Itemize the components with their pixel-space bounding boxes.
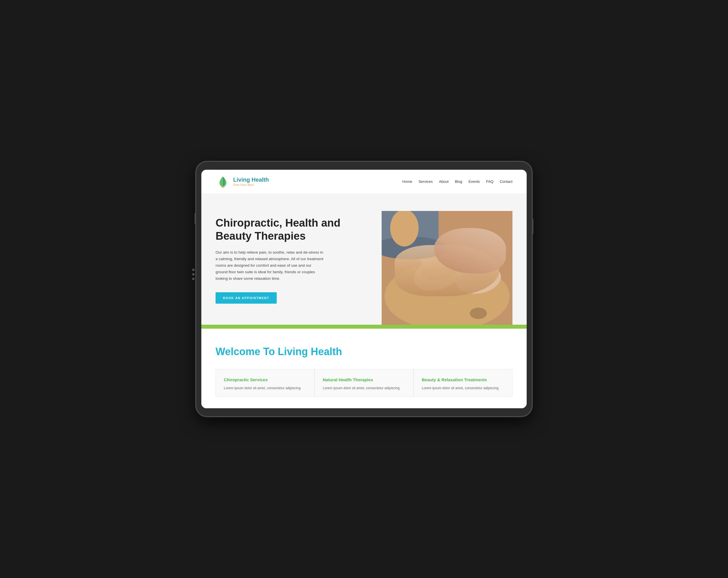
nav-links: Home Services About Blog Events FAQ Cont…: [402, 179, 513, 184]
service-card-chiropractic-title: Chiropractic Services: [224, 377, 306, 382]
svg-point-3: [470, 308, 487, 319]
welcome-title-static: Welcome To: [215, 346, 278, 358]
service-card-chiropractic-text: Lorem ipsum dolor sit amet, consectetur …: [224, 386, 306, 391]
welcome-title-highlight: Living Health: [278, 346, 342, 358]
service-card-natural-title: Natural Health Therapies: [323, 377, 405, 382]
nav-contact[interactable]: Contact: [500, 179, 513, 184]
side-dot-1: [192, 269, 194, 271]
svg-point-2: [385, 262, 510, 325]
navbar: Living Health Feel Your Best Home Servic…: [201, 170, 527, 194]
service-card-natural-text: Lorem ipsum dolor sit amet, consectetur …: [323, 386, 405, 391]
hero-image-container: [382, 211, 513, 325]
svg-point-16: [479, 257, 488, 271]
device-screen: Living Health Feel Your Best Home Servic…: [201, 170, 527, 408]
massage-image: [382, 211, 513, 325]
hero-description: Our aim is to help relieve pain, to soot…: [215, 249, 323, 282]
logo-tagline: Feel Your Best: [233, 183, 269, 186]
service-cards: Chiropractic Services Lorem ipsum dolor …: [215, 369, 513, 397]
svg-point-8: [433, 246, 445, 265]
massage-svg: [382, 211, 513, 325]
nav-about[interactable]: About: [439, 179, 448, 184]
service-card-chiropractic: Chiropractic Services Lorem ipsum dolor …: [215, 369, 314, 397]
green-accent-bar: [201, 325, 527, 329]
nav-faq[interactable]: FAQ: [486, 179, 493, 184]
svg-point-20: [390, 211, 419, 246]
service-card-beauty-text: Lorem ipsum dolor sit amet, consectetur …: [422, 386, 504, 391]
svg-point-14: [466, 256, 477, 272]
nav-events[interactable]: Events: [468, 179, 480, 184]
svg-point-12: [461, 262, 499, 285]
svg-point-17: [484, 260, 494, 274]
nav-services[interactable]: Services: [419, 179, 433, 184]
svg-point-9: [441, 248, 450, 264]
welcome-title: Welcome To Living Health: [215, 346, 513, 358]
logo-icon: [215, 174, 230, 189]
side-dot-3: [192, 278, 194, 280]
service-card-beauty-title: Beauty & Relaxation Treatments: [422, 377, 504, 382]
svg-point-4: [409, 250, 468, 297]
hero-section: Chiropractic, Health and Beauty Therapie…: [201, 194, 527, 325]
svg-point-6: [416, 249, 435, 272]
service-card-natural: Natural Health Therapies Lorem ipsum dol…: [314, 369, 414, 397]
svg-point-5: [418, 251, 465, 284]
hero-title: Chiropractic, Health and Beauty Therapie…: [215, 217, 370, 242]
service-card-beauty: Beauty & Relaxation Treatments Lorem ips…: [414, 369, 513, 397]
logo-text-area: Living Health Feel Your Best: [233, 177, 269, 186]
svg-point-7: [425, 247, 440, 267]
svg-point-15: [473, 256, 482, 271]
side-buttons: [192, 269, 194, 280]
nav-home[interactable]: Home: [402, 179, 412, 184]
svg-point-10: [446, 252, 457, 267]
svg-point-13: [459, 258, 473, 276]
book-appointment-button[interactable]: BOOK AN APPOINTMENT: [215, 292, 277, 304]
hero-content: Chiropractic, Health and Beauty Therapie…: [215, 211, 370, 304]
welcome-section: Welcome To Living Health Chiropractic Se…: [201, 329, 527, 408]
ipad-frame: Living Health Feel Your Best Home Servic…: [196, 162, 532, 416]
logo-name: Living Health: [233, 177, 269, 183]
logo-area[interactable]: Living Health Feel Your Best: [215, 174, 269, 189]
side-dot-2: [192, 273, 194, 275]
nav-blog[interactable]: Blog: [455, 179, 462, 184]
